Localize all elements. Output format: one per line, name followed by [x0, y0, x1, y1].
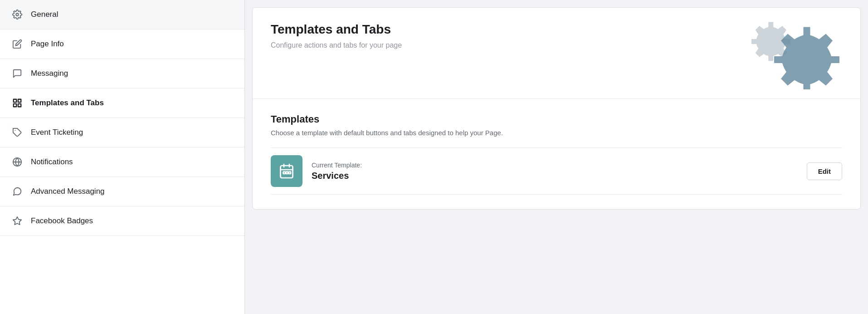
sidebar-item-general[interactable]: General	[0, 0, 244, 29]
templates-section: Templates Choose a template with default…	[253, 98, 860, 209]
pencil-icon	[11, 38, 24, 50]
hero-section: Templates and Tabs Configure actions and…	[253, 8, 860, 98]
grid-icon	[11, 97, 24, 109]
template-info: Current Template: Services	[312, 162, 798, 181]
sidebar-label-page-info: Page Info	[31, 39, 64, 49]
svg-rect-1	[14, 99, 16, 102]
sidebar-item-templates-tabs[interactable]: Templates and Tabs	[0, 88, 244, 118]
template-row: Current Template: Services Edit	[271, 147, 842, 195]
sidebar-item-event-ticketing[interactable]: Event Ticketing	[0, 118, 244, 147]
sidebar: General Page Info Messaging	[0, 0, 245, 314]
current-template-label: Current Template:	[312, 162, 798, 169]
message-circle-icon	[11, 185, 24, 198]
templates-description: Choose a template with default buttons a…	[271, 129, 842, 137]
templates-title: Templates	[271, 113, 842, 125]
globe-icon	[11, 156, 24, 168]
gear-icon	[11, 8, 24, 21]
sidebar-label-templates-tabs: Templates and Tabs	[31, 98, 104, 108]
tag-icon	[11, 126, 24, 139]
svg-rect-2	[18, 99, 21, 102]
edit-template-button[interactable]: Edit	[807, 162, 842, 180]
svg-rect-3	[18, 104, 21, 107]
star-icon	[11, 215, 24, 227]
sidebar-item-page-info[interactable]: Page Info	[0, 29, 244, 59]
svg-rect-14	[283, 172, 286, 174]
content-card: Templates and Tabs Configure actions and…	[252, 7, 861, 210]
sidebar-label-notifications: Notifications	[31, 157, 73, 167]
sidebar-item-messaging[interactable]: Messaging	[0, 59, 244, 88]
svg-marker-8	[13, 217, 21, 225]
sidebar-item-notifications[interactable]: Notifications	[0, 147, 244, 177]
sidebar-label-facebook-badges: Facebook Badges	[31, 216, 93, 226]
sidebar-label-messaging: Messaging	[31, 69, 68, 78]
svg-point-0	[16, 13, 19, 16]
sidebar-item-facebook-badges[interactable]: Facebook Badges	[0, 206, 244, 236]
chat-icon	[11, 67, 24, 80]
sidebar-item-advanced-messaging[interactable]: Advanced Messaging	[0, 177, 244, 206]
main-content: Templates and Tabs Configure actions and…	[245, 0, 868, 314]
sidebar-label-general: General	[31, 10, 58, 19]
sidebar-label-advanced-messaging: Advanced Messaging	[31, 187, 105, 196]
svg-rect-16	[289, 172, 291, 174]
svg-rect-15	[286, 172, 288, 174]
gear-large-icon	[774, 19, 842, 89]
sidebar-label-event-ticketing: Event Ticketing	[31, 128, 83, 137]
current-template-name: Services	[312, 171, 798, 181]
template-icon	[271, 155, 302, 187]
svg-rect-4	[14, 104, 16, 107]
gear-decoration	[756, 12, 847, 94]
